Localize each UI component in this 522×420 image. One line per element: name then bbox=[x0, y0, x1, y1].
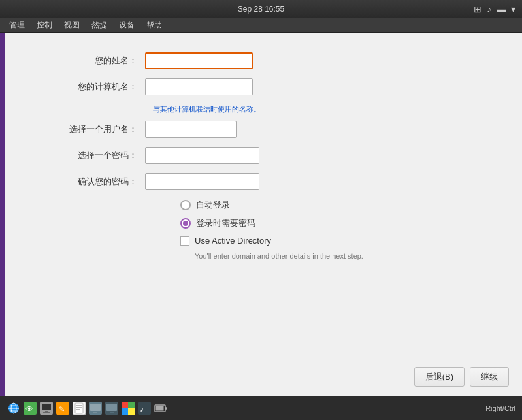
require-password-radio-circle bbox=[180, 218, 191, 229]
password-row: 选择一个密码： bbox=[52, 147, 483, 164]
confirm-label: 确认您的密码： bbox=[52, 176, 137, 187]
password-label: 选择一个密码： bbox=[52, 150, 137, 161]
bottom-bar: 👁 ✎ bbox=[0, 396, 522, 420]
require-password-row: 登录时需要密码 bbox=[180, 218, 483, 229]
auto-login-row: 自动登录 bbox=[180, 199, 483, 211]
taskbar-icon-battery[interactable] bbox=[154, 401, 168, 415]
svg-rect-24 bbox=[122, 402, 128, 408]
svg-text:♪: ♪ bbox=[140, 404, 144, 413]
svg-rect-25 bbox=[128, 402, 135, 408]
menu-manage[interactable]: 管理 bbox=[4, 18, 30, 32]
form-container: 您的姓名： 您的计算机名： 与其他计算机联结时使用的名称。 选择一个用户名： 选… bbox=[0, 33, 522, 361]
computer-row: 您的计算机名： bbox=[52, 78, 483, 95]
taskbar-icon-eye[interactable]: 👁 bbox=[23, 401, 37, 415]
taskbar-icon-volume[interactable]: ♪ bbox=[137, 401, 152, 415]
svg-rect-31 bbox=[165, 407, 167, 410]
button-bar: 后退(B) 继续 bbox=[0, 361, 522, 396]
svg-rect-20 bbox=[93, 412, 97, 413]
taskbar-icons: 👁 ✎ bbox=[7, 401, 168, 415]
auto-login-radio-circle bbox=[180, 200, 191, 210]
username-row: 选择一个用户名： bbox=[52, 121, 483, 138]
menu-devices[interactable]: 然提 bbox=[86, 18, 112, 32]
active-directory-row: Use Active Directory bbox=[180, 236, 483, 246]
svg-rect-8 bbox=[42, 404, 51, 410]
svg-rect-23 bbox=[110, 412, 114, 413]
menu-settings[interactable]: 设备 bbox=[114, 18, 140, 32]
battery-icon: ▬ bbox=[497, 4, 506, 14]
computer-label: 您的计算机名： bbox=[52, 81, 137, 93]
svg-rect-15 bbox=[76, 405, 82, 406]
computer-hint: 与其他计算机联结时使用的名称。 bbox=[60, 105, 483, 114]
svg-rect-17 bbox=[76, 409, 80, 410]
svg-rect-27 bbox=[128, 408, 135, 415]
top-bar: Sep 28 16:55 ⊞ ♪ ▬ ▾ bbox=[0, 0, 522, 18]
svg-rect-16 bbox=[76, 407, 82, 408]
right-ctrl-label: Right/Ctrl bbox=[485, 404, 515, 412]
name-input[interactable] bbox=[145, 52, 253, 69]
taskbar-icon-colorful[interactable] bbox=[121, 401, 135, 415]
svg-rect-14 bbox=[75, 403, 83, 413]
computer-input[interactable] bbox=[145, 78, 253, 95]
name-label: 您的姓名： bbox=[52, 55, 137, 67]
menu-control[interactable]: 控制 bbox=[31, 18, 57, 32]
top-bar-right: ⊞ ♪ ▬ ▾ bbox=[474, 4, 515, 14]
volume-icon: ♪ bbox=[487, 4, 491, 14]
taskbar-icon-monitor[interactable] bbox=[39, 401, 54, 415]
svg-rect-19 bbox=[90, 404, 101, 411]
name-row: 您的姓名： bbox=[52, 52, 483, 69]
network-icon: ⊞ bbox=[474, 4, 481, 14]
auto-login-label[interactable]: 自动登录 bbox=[196, 199, 230, 211]
svg-text:✎: ✎ bbox=[59, 405, 65, 413]
taskbar-icon-clipboard[interactable] bbox=[72, 401, 86, 415]
confirm-input[interactable] bbox=[145, 173, 259, 190]
active-directory-label[interactable]: Use Active Directory bbox=[195, 236, 271, 246]
menu-view[interactable]: 视图 bbox=[59, 18, 85, 32]
taskbar-icon-screen1[interactable] bbox=[88, 401, 103, 415]
datetime-display: Sep 28 16:55 bbox=[238, 5, 284, 14]
taskbar-icon-edit[interactable]: ✎ bbox=[56, 401, 70, 415]
options-section: 自动登录 登录时需要密码 Use Active Directory You'll… bbox=[52, 199, 483, 260]
active-directory-hint: You'll enter domain and other details in… bbox=[180, 252, 483, 260]
continue-button[interactable]: 继续 bbox=[470, 367, 509, 387]
username-input[interactable] bbox=[145, 121, 237, 138]
menu-dropdown-icon[interactable]: ▾ bbox=[511, 4, 515, 14]
taskbar-icon-globe[interactable] bbox=[7, 401, 21, 415]
sidebar-accent bbox=[0, 33, 5, 396]
back-button[interactable]: 后退(B) bbox=[414, 367, 465, 387]
main-content: 您的姓名： 您的计算机名： 与其他计算机联结时使用的名称。 选择一个用户名： 选… bbox=[0, 33, 522, 396]
taskbar-icon-screen2[interactable] bbox=[105, 401, 119, 415]
svg-rect-9 bbox=[45, 411, 48, 412]
svg-rect-22 bbox=[106, 404, 117, 411]
radio-inner-dot bbox=[183, 221, 188, 226]
svg-text:👁: 👁 bbox=[25, 404, 33, 413]
menu-help[interactable]: 帮助 bbox=[141, 18, 167, 32]
confirm-row: 确认您的密码： bbox=[52, 173, 483, 190]
svg-rect-26 bbox=[122, 408, 128, 415]
username-label: 选择一个用户名： bbox=[52, 123, 137, 135]
require-password-label[interactable]: 登录时需要密码 bbox=[196, 218, 255, 229]
svg-rect-32 bbox=[156, 406, 164, 411]
password-input[interactable] bbox=[145, 147, 259, 164]
svg-rect-10 bbox=[43, 412, 50, 413]
active-directory-checkbox[interactable] bbox=[180, 236, 189, 246]
menu-bar: 管理 控制 视图 然提 设备 帮助 bbox=[0, 18, 522, 33]
